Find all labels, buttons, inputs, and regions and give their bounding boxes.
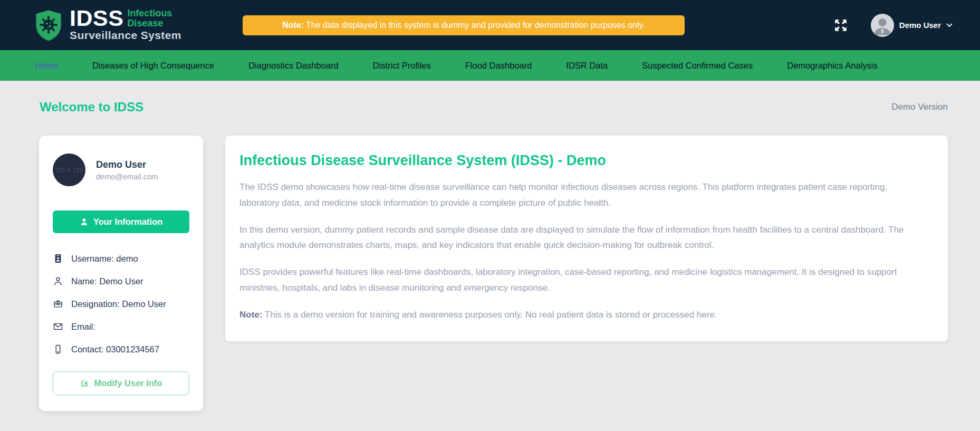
welcome-row: Welcome to IDSS Demo Version (40, 100, 948, 114)
logo-text: IDSS Infectious Disease Surveillance Sys… (70, 8, 181, 42)
modify-user-info-button[interactable]: Modify User Info (53, 371, 189, 395)
nav-item-demographics-analysis[interactable]: Demographics Analysis (787, 61, 878, 71)
intro-paragraph: The IDSS demo showcases how real-time di… (239, 179, 920, 211)
detail-username: Username: demo (53, 253, 189, 264)
id-card-icon (53, 253, 63, 264)
profile-avatar: 125 X 125 (53, 154, 85, 186)
nav-item-diagnostics-dashboard[interactable]: Diagnostics Dashboard (248, 61, 339, 71)
demo-paragraph: In this demo version, dummy patient reco… (239, 222, 920, 254)
header-right: Demo User (833, 0, 953, 50)
logo-tagline: Infectious Disease (127, 8, 172, 28)
nav-item-district-profiles[interactable]: District Profiles (373, 61, 431, 71)
user-name: Demo User (899, 21, 941, 30)
note-prefix: Note: (239, 310, 262, 320)
detail-contact: Contact: 03001234567 (53, 344, 189, 355)
nav-item-idsr-data[interactable]: IDSR Data (566, 61, 608, 71)
virus-shield-icon (34, 9, 63, 42)
note-paragraph: Note: This is a demo version for trainin… (239, 307, 920, 323)
profile-card: 125 X 125 Demo User demo@email.com Your … (39, 136, 203, 411)
profile-details: Username: demo Name: Demo User Designati… (53, 253, 189, 355)
nav-item-suspected-confirmed-cases[interactable]: Suspected Confirmed Cases (642, 61, 753, 71)
logo-abbr: IDSS (70, 8, 123, 28)
profile-email: demo@email.com (96, 173, 158, 181)
briefcase-icon (53, 299, 63, 309)
note-text: The data displayed in this system is dum… (306, 21, 645, 30)
demo-note-banner: Note: The data displayed in this system … (243, 15, 685, 35)
main-nav: Home Diseases of High Consequence Diagno… (0, 50, 980, 81)
user-icon (53, 276, 63, 286)
user-menu[interactable]: Demo User (871, 14, 953, 37)
profile-head: 125 X 125 Demo User demo@email.com (53, 154, 189, 186)
logo-subtitle: Surveillance System (70, 29, 181, 42)
phone-icon (53, 344, 63, 355)
version-label: Demo Version (891, 102, 948, 112)
features-paragraph: IDSS provides powerful features like rea… (239, 264, 920, 296)
nav-item-diseases-of-high-consequence[interactable]: Diseases of High Consequence (92, 61, 214, 71)
detail-email: Email: (53, 321, 189, 332)
page-title: Welcome to IDSS (40, 100, 143, 114)
edit-icon (80, 379, 89, 388)
envelope-icon (53, 321, 63, 332)
note-prefix: Note: (282, 21, 304, 30)
nav-item-home[interactable]: Home (35, 61, 58, 71)
profile-name: Demo User (96, 159, 158, 170)
chevron-down-icon (946, 23, 953, 27)
main-title: Infectious Disease Surveillance System (… (239, 152, 920, 169)
app-header: IDSS Infectious Disease Surveillance Sys… (0, 0, 980, 50)
user-avatar (871, 14, 894, 37)
app-logo[interactable]: IDSS Infectious Disease Surveillance Sys… (34, 8, 181, 42)
fullscreen-icon[interactable] (833, 17, 849, 33)
your-information-button[interactable]: Your Information (53, 210, 189, 233)
detail-designation: Designation: Demo User (53, 299, 189, 309)
main-content-card: Infectious Disease Surveillance System (… (225, 136, 948, 341)
detail-name: Name: Demo User (53, 276, 189, 286)
person-icon (80, 217, 89, 226)
nav-item-flood-dashboard[interactable]: Flood Dashboard (465, 61, 532, 71)
content-area: 125 X 125 Demo User demo@email.com Your … (39, 136, 948, 411)
